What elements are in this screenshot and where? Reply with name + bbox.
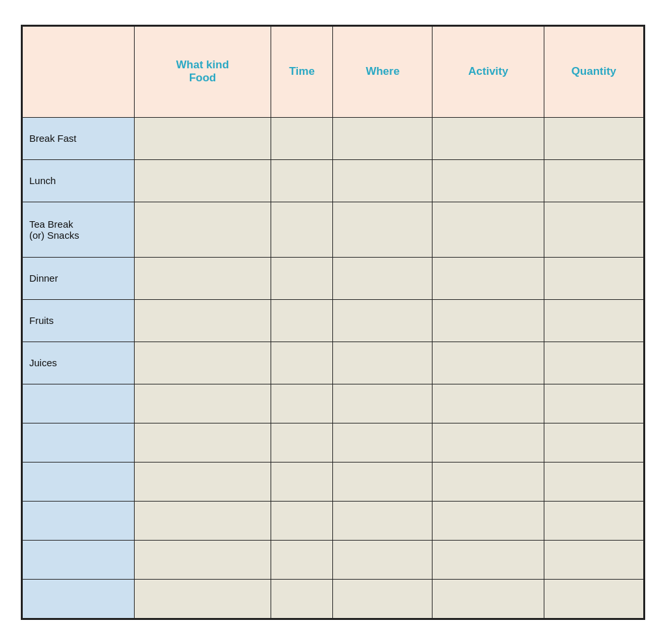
cell-7-2[interactable] bbox=[333, 423, 433, 462]
cell-1-4[interactable] bbox=[544, 159, 644, 202]
row-label-3: Dinner bbox=[23, 257, 135, 299]
table-row bbox=[23, 423, 644, 462]
row-label-10 bbox=[23, 540, 135, 579]
header-activity: Activity bbox=[433, 26, 544, 117]
table-row: Dinner bbox=[23, 257, 644, 299]
cell-2-1[interactable] bbox=[271, 202, 333, 257]
cell-4-0[interactable] bbox=[134, 299, 271, 342]
cell-10-2[interactable] bbox=[333, 540, 433, 579]
cell-7-0[interactable] bbox=[134, 423, 271, 462]
cell-10-3[interactable] bbox=[433, 540, 544, 579]
cell-1-1[interactable] bbox=[271, 159, 333, 202]
cell-8-4[interactable] bbox=[544, 462, 644, 501]
cell-2-4[interactable] bbox=[544, 202, 644, 257]
cell-5-2[interactable] bbox=[333, 342, 433, 384]
cell-9-0[interactable] bbox=[134, 501, 271, 540]
page-container: What kind Food Time Where Activity Quant… bbox=[0, 0, 666, 644]
cell-8-2[interactable] bbox=[333, 462, 433, 501]
row-label-9 bbox=[23, 501, 135, 540]
cell-11-2[interactable] bbox=[333, 579, 433, 618]
cell-0-4[interactable] bbox=[544, 117, 644, 159]
cell-5-0[interactable] bbox=[134, 342, 271, 384]
table-row bbox=[23, 384, 644, 423]
row-label-7 bbox=[23, 423, 135, 462]
cell-6-0[interactable] bbox=[134, 384, 271, 423]
cell-10-0[interactable] bbox=[134, 540, 271, 579]
table-row: Fruits bbox=[23, 299, 644, 342]
cell-1-2[interactable] bbox=[333, 159, 433, 202]
cell-5-1[interactable] bbox=[271, 342, 333, 384]
header-row: What kind Food Time Where Activity Quant… bbox=[23, 26, 644, 117]
cell-11-4[interactable] bbox=[544, 579, 644, 618]
cell-0-0[interactable] bbox=[134, 117, 271, 159]
cell-9-2[interactable] bbox=[333, 501, 433, 540]
cell-6-4[interactable] bbox=[544, 384, 644, 423]
cell-4-1[interactable] bbox=[271, 299, 333, 342]
food-diary-table: What kind Food Time Where Activity Quant… bbox=[22, 26, 644, 619]
cell-0-1[interactable] bbox=[271, 117, 333, 159]
cell-7-1[interactable] bbox=[271, 423, 333, 462]
cell-9-3[interactable] bbox=[433, 501, 544, 540]
row-label-5: Juices bbox=[23, 342, 135, 384]
row-label-6 bbox=[23, 384, 135, 423]
cell-6-3[interactable] bbox=[433, 384, 544, 423]
cell-10-4[interactable] bbox=[544, 540, 644, 579]
cell-9-4[interactable] bbox=[544, 501, 644, 540]
row-label-2: Tea Break(or) Snacks bbox=[23, 202, 135, 257]
table-row: Lunch bbox=[23, 159, 644, 202]
cell-4-3[interactable] bbox=[433, 299, 544, 342]
header-quantity: Quantity bbox=[544, 26, 644, 117]
cell-1-3[interactable] bbox=[433, 159, 544, 202]
header-what-kind-food: What kind Food bbox=[134, 26, 271, 117]
cell-6-1[interactable] bbox=[271, 384, 333, 423]
table-row bbox=[23, 540, 644, 579]
row-label-0: Break Fast bbox=[23, 117, 135, 159]
cell-3-1[interactable] bbox=[271, 257, 333, 299]
cell-8-1[interactable] bbox=[271, 462, 333, 501]
cell-4-4[interactable] bbox=[544, 299, 644, 342]
cell-6-2[interactable] bbox=[333, 384, 433, 423]
row-label-11 bbox=[23, 579, 135, 618]
cell-5-3[interactable] bbox=[433, 342, 544, 384]
cell-2-2[interactable] bbox=[333, 202, 433, 257]
header-empty bbox=[23, 26, 135, 117]
cell-8-3[interactable] bbox=[433, 462, 544, 501]
header-time: Time bbox=[271, 26, 333, 117]
table-row: Juices bbox=[23, 342, 644, 384]
table-row bbox=[23, 462, 644, 501]
cell-1-0[interactable] bbox=[134, 159, 271, 202]
table-row: Tea Break(or) Snacks bbox=[23, 202, 644, 257]
table-body: Break FastLunchTea Break(or) SnacksDinne… bbox=[23, 117, 644, 618]
table-wrapper: What kind Food Time Where Activity Quant… bbox=[21, 25, 645, 620]
cell-3-4[interactable] bbox=[544, 257, 644, 299]
table-row: Break Fast bbox=[23, 117, 644, 159]
row-label-8 bbox=[23, 462, 135, 501]
table-row bbox=[23, 501, 644, 540]
header-where: Where bbox=[333, 26, 433, 117]
cell-11-0[interactable] bbox=[134, 579, 271, 618]
cell-3-0[interactable] bbox=[134, 257, 271, 299]
cell-11-1[interactable] bbox=[271, 579, 333, 618]
cell-5-4[interactable] bbox=[544, 342, 644, 384]
cell-11-3[interactable] bbox=[433, 579, 544, 618]
cell-4-2[interactable] bbox=[333, 299, 433, 342]
cell-9-1[interactable] bbox=[271, 501, 333, 540]
cell-0-3[interactable] bbox=[433, 117, 544, 159]
cell-2-0[interactable] bbox=[134, 202, 271, 257]
row-label-4: Fruits bbox=[23, 299, 135, 342]
cell-2-3[interactable] bbox=[433, 202, 544, 257]
cell-0-2[interactable] bbox=[333, 117, 433, 159]
cell-3-2[interactable] bbox=[333, 257, 433, 299]
cell-7-3[interactable] bbox=[433, 423, 544, 462]
cell-7-4[interactable] bbox=[544, 423, 644, 462]
cell-3-3[interactable] bbox=[433, 257, 544, 299]
row-label-1: Lunch bbox=[23, 159, 135, 202]
cell-8-0[interactable] bbox=[134, 462, 271, 501]
table-row bbox=[23, 579, 644, 618]
cell-10-1[interactable] bbox=[271, 540, 333, 579]
